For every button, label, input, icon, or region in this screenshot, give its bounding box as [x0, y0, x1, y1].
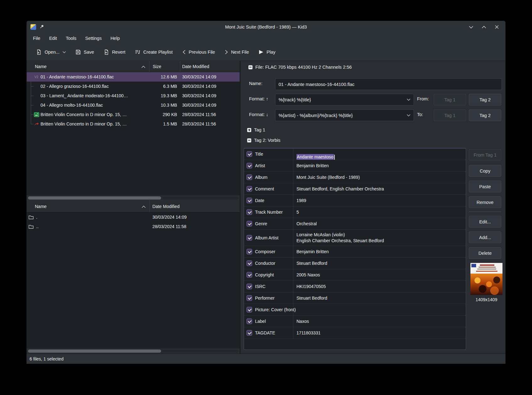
column-header-date[interactable]: Date Modified: [150, 200, 240, 212]
minimize-button[interactable]: [469, 25, 473, 29]
column-header-size[interactable]: Size: [149, 61, 180, 72]
tag-field-name: Artist: [255, 163, 265, 168]
to-tag1-button[interactable]: Tag 1: [434, 109, 466, 121]
field-checkbox[interactable]: [247, 307, 252, 312]
tag-field-value[interactable]: 2005 Naxos: [293, 272, 466, 278]
file-row[interactable]: 04 - Allegro molto-16-44100.flac 10.3 MB…: [27, 100, 240, 110]
field-checkbox[interactable]: [247, 186, 252, 192]
tag-field-value[interactable]: Benjamin Britten: [293, 249, 466, 255]
maximize-button[interactable]: [482, 25, 486, 29]
file-section-header[interactable]: File: FLAC 705 kbps 44100 Hz 2 Channels …: [248, 65, 352, 70]
tag-row[interactable]: Composer Benjamin Britten: [244, 246, 466, 258]
tag-field-value[interactable]: Naxos: [293, 318, 466, 324]
tag-field-value[interactable]: 5: [293, 209, 466, 215]
format-from-filename-combobox[interactable]: %{track} %{title}: [275, 94, 414, 105]
from-tag2-button[interactable]: Tag 2: [469, 94, 501, 105]
field-checkbox[interactable]: [247, 260, 252, 266]
to-tag2-button[interactable]: Tag 2: [469, 109, 501, 121]
tag-field-value[interactable]: HKI190470505: [293, 284, 466, 290]
pin-icon[interactable]: [39, 24, 44, 30]
filename-input[interactable]: [275, 78, 502, 90]
tag-field-value[interactable]: Benjamin Britten: [293, 163, 466, 169]
tag-field-value[interactable]: Orchestral: [293, 221, 466, 227]
field-checkbox[interactable]: [247, 235, 252, 241]
tag2-section-header[interactable]: Tag 2: Vorbis: [247, 138, 280, 143]
folder-row[interactable]: .. 28/03/2024 11:58: [27, 222, 240, 231]
tag1-section-header[interactable]: Tag 1: [247, 127, 265, 132]
close-button[interactable]: [495, 25, 499, 29]
field-checkbox[interactable]: [247, 174, 252, 180]
file-row[interactable]: V2 01 - Andante maestoso-16-44100.flac 1…: [27, 72, 240, 82]
tag-row[interactable]: Album Mont Juic Suite (Bedford - 1989): [244, 172, 466, 183]
file-row[interactable]: 02 - Allegro grazioso-16-44100.flac 6.3 …: [27, 82, 240, 91]
column-header-name[interactable]: Name: [27, 61, 149, 72]
file-row[interactable]: Britten Violin Concerto in D minor Op. 1…: [27, 119, 240, 129]
tag-row[interactable]: Comment Steuart Bedford, English Chamber…: [244, 183, 466, 195]
field-checkbox[interactable]: [247, 318, 252, 324]
field-checkbox[interactable]: [247, 272, 252, 278]
tag-field-value[interactable]: Steuart Bedford: [293, 260, 466, 266]
field-checkbox[interactable]: [247, 295, 252, 301]
folder-row[interactable]: . 30/03/2024 14:09: [27, 212, 240, 222]
frame-action-button[interactable]: Edit...: [469, 216, 501, 227]
tag-row[interactable]: Track Number 5: [244, 206, 466, 218]
tag-field-value[interactable]: Steuart Bedford, English Chamber Orchest…: [293, 186, 466, 192]
create-playlist-button[interactable]: Create Playlist: [135, 49, 172, 55]
previous-file-button[interactable]: Previous File: [182, 50, 215, 55]
collapse-icon[interactable]: [248, 65, 252, 69]
tag-action-button[interactable]: From Tag 1: [469, 149, 501, 161]
frame-action-button[interactable]: Delete: [469, 247, 501, 259]
format-to-filename-combobox[interactable]: %{artist} - %{album}/%{track} %{title}: [275, 109, 414, 121]
tag-field-value[interactable]: Lorraine McAslan (violin) English Chambe…: [293, 232, 466, 244]
tag-row[interactable]: Copyright 2005 Naxos: [244, 269, 466, 281]
field-checkbox[interactable]: [247, 151, 252, 157]
expand-icon[interactable]: [247, 128, 251, 132]
tag-row[interactable]: Artist Benjamin Britten: [244, 160, 466, 172]
tag-row[interactable]: ISRC HKI190470505: [244, 281, 466, 292]
collapse-icon[interactable]: [247, 138, 251, 142]
play-button[interactable]: Play: [258, 50, 275, 55]
tag-field-value-editor[interactable]: Andante maestoso: [293, 148, 466, 160]
frame-action-button[interactable]: Add...: [469, 232, 501, 243]
tag-action-button[interactable]: Copy: [469, 165, 501, 177]
tag-field-value[interactable]: 1989: [293, 198, 466, 204]
field-checkbox[interactable]: [247, 198, 252, 203]
tag-field-value[interactable]: 1711803331: [293, 330, 466, 336]
menu-item[interactable]: File: [29, 36, 45, 41]
menu-item[interactable]: Tools: [61, 36, 81, 41]
save-button[interactable]: Save: [75, 49, 94, 55]
tag-field-value[interactable]: Mont Juic Suite (Bedford - 1989): [293, 174, 466, 180]
column-header-name[interactable]: Name: [27, 200, 150, 212]
field-checkbox[interactable]: [247, 209, 252, 215]
tag-row[interactable]: Performer Steuart Bedford: [244, 292, 466, 304]
file-row[interactable]: Britten Violin Concerto in D minor Op. 1…: [27, 110, 240, 119]
scrollbar-thumb[interactable]: [28, 350, 161, 353]
tag-row[interactable]: Genre Orchestral: [244, 218, 466, 230]
field-checkbox[interactable]: [247, 330, 252, 336]
column-header-date[interactable]: Date Modified: [180, 61, 240, 72]
menu-item[interactable]: Settings: [81, 36, 106, 41]
field-checkbox[interactable]: [247, 249, 252, 254]
field-checkbox[interactable]: [247, 163, 252, 168]
tag-row[interactable]: Conductor Steuart Bedford: [244, 258, 466, 269]
field-checkbox[interactable]: [247, 284, 252, 289]
album-cover-thumbnail[interactable]: [470, 263, 502, 295]
open-button[interactable]: Open...: [36, 49, 66, 55]
tag-row-title[interactable]: Title Andante maestoso: [244, 148, 466, 160]
tag-row[interactable]: Picture: Cover (front): [244, 304, 466, 316]
tag-action-button[interactable]: Remove: [469, 196, 501, 208]
menu-item[interactable]: Edit: [45, 36, 61, 41]
tag-field-value[interactable]: Steuart Bedford: [293, 295, 466, 301]
tag-row[interactable]: Album Artist Lorraine McAslan (violin) E…: [244, 230, 466, 246]
field-checkbox[interactable]: [247, 221, 252, 227]
scrollbar-thumb[interactable]: [28, 196, 161, 200]
from-tag1-button[interactable]: Tag 1: [434, 94, 466, 105]
next-file-button[interactable]: Next File: [225, 50, 249, 55]
file-row[interactable]: 03 - Lament_ Andante moderato-16-44100… …: [27, 91, 240, 100]
tag-row[interactable]: Label Naxos: [244, 316, 466, 327]
revert-button[interactable]: Revert: [104, 49, 126, 55]
tag-row[interactable]: TAGDATE 1711803331: [244, 327, 466, 339]
menu-item[interactable]: Help: [106, 36, 124, 41]
tag-action-button[interactable]: Paste: [469, 181, 501, 192]
tag-row[interactable]: Date 1989: [244, 195, 466, 206]
